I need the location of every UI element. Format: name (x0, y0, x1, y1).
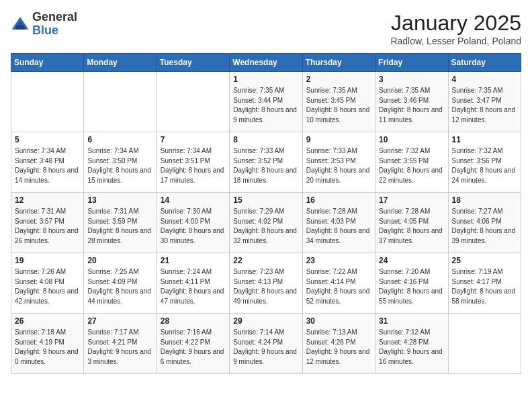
day-info: Sunrise: 7:35 AM Sunset: 3:45 PM Dayligh… (306, 86, 371, 125)
day-info: Sunrise: 7:33 AM Sunset: 3:52 PM Dayligh… (233, 146, 298, 185)
table-row: 12Sunrise: 7:31 AM Sunset: 3:57 PM Dayli… (11, 193, 84, 253)
table-row: 16Sunrise: 7:28 AM Sunset: 4:03 PM Dayli… (302, 193, 375, 253)
day-number: 9 (306, 135, 371, 144)
day-number: 31 (379, 316, 444, 326)
table-row: 10Sunrise: 7:32 AM Sunset: 3:55 PM Dayli… (375, 132, 448, 193)
table-row: 15Sunrise: 7:29 AM Sunset: 4:02 PM Dayli… (230, 193, 302, 253)
day-info: Sunrise: 7:26 AM Sunset: 4:08 PM Dayligh… (15, 267, 80, 306)
table-row: 19Sunrise: 7:26 AM Sunset: 4:08 PM Dayli… (11, 253, 84, 314)
table-row: 8Sunrise: 7:33 AM Sunset: 3:52 PM Daylig… (230, 132, 302, 193)
day-number: 18 (452, 195, 517, 205)
table-row: 17Sunrise: 7:28 AM Sunset: 4:05 PM Dayli… (375, 193, 448, 253)
day-number: 23 (306, 256, 371, 265)
header-wednesday: Wednesday (230, 54, 302, 72)
day-info: Sunrise: 7:28 AM Sunset: 4:05 PM Dayligh… (379, 207, 444, 246)
day-info: Sunrise: 7:32 AM Sunset: 3:55 PM Dayligh… (379, 146, 444, 185)
day-info: Sunrise: 7:33 AM Sunset: 3:53 PM Dayligh… (306, 146, 371, 185)
day-number: 11 (452, 135, 517, 144)
table-row: 13Sunrise: 7:31 AM Sunset: 3:59 PM Dayli… (84, 193, 157, 253)
day-info: Sunrise: 7:13 AM Sunset: 4:26 PM Dayligh… (306, 328, 371, 367)
day-info: Sunrise: 7:27 AM Sunset: 4:06 PM Dayligh… (452, 207, 517, 246)
table-row (448, 314, 521, 374)
logo-general-text: General (32, 10, 77, 24)
day-number: 26 (15, 316, 80, 326)
table-row: 21Sunrise: 7:24 AM Sunset: 4:11 PM Dayli… (157, 253, 229, 314)
table-row: 3Sunrise: 7:35 AM Sunset: 3:46 PM Daylig… (375, 72, 448, 132)
day-number: 27 (87, 316, 152, 326)
day-info: Sunrise: 7:23 AM Sunset: 4:13 PM Dayligh… (233, 267, 298, 306)
table-row: 6Sunrise: 7:34 AM Sunset: 3:50 PM Daylig… (84, 132, 157, 193)
calendar-body: 1Sunrise: 7:35 AM Sunset: 3:44 PM Daylig… (11, 72, 521, 374)
day-number: 8 (233, 135, 298, 144)
table-row: 31Sunrise: 7:12 AM Sunset: 4:28 PM Dayli… (375, 314, 448, 374)
day-number: 28 (161, 316, 226, 326)
day-info: Sunrise: 7:28 AM Sunset: 4:03 PM Dayligh… (306, 207, 371, 246)
day-number: 5 (15, 135, 80, 144)
day-info: Sunrise: 7:17 AM Sunset: 4:21 PM Dayligh… (87, 328, 152, 367)
calendar-header: Sunday Monday Tuesday Wednesday Thursday… (11, 54, 521, 72)
table-row: 9Sunrise: 7:33 AM Sunset: 3:53 PM Daylig… (302, 132, 375, 193)
table-row: 4Sunrise: 7:35 AM Sunset: 3:47 PM Daylig… (448, 72, 521, 132)
day-info: Sunrise: 7:19 AM Sunset: 4:17 PM Dayligh… (452, 267, 517, 306)
table-row: 28Sunrise: 7:16 AM Sunset: 4:22 PM Dayli… (157, 314, 229, 374)
title-block: January 2025 Radlow, Lesser Poland, Pola… (390, 11, 521, 46)
day-info: Sunrise: 7:31 AM Sunset: 3:57 PM Dayligh… (15, 207, 80, 246)
day-number: 17 (379, 195, 444, 205)
table-row: 11Sunrise: 7:32 AM Sunset: 3:56 PM Dayli… (448, 132, 521, 193)
day-info: Sunrise: 7:18 AM Sunset: 4:19 PM Dayligh… (15, 328, 80, 367)
table-row: 26Sunrise: 7:18 AM Sunset: 4:19 PM Dayli… (11, 314, 84, 374)
day-info: Sunrise: 7:14 AM Sunset: 4:24 PM Dayligh… (233, 328, 298, 367)
day-number: 30 (306, 316, 371, 326)
table-row: 7Sunrise: 7:34 AM Sunset: 3:51 PM Daylig… (157, 132, 229, 193)
day-info: Sunrise: 7:35 AM Sunset: 3:47 PM Dayligh… (452, 86, 517, 125)
header-monday: Monday (84, 54, 157, 72)
month-title: January 2025 (390, 11, 521, 36)
table-row: 30Sunrise: 7:13 AM Sunset: 4:26 PM Dayli… (302, 314, 375, 374)
table-row (84, 72, 157, 132)
table-row (11, 72, 84, 132)
table-row (157, 72, 229, 132)
svg-rect-2 (16, 25, 24, 29)
table-row: 23Sunrise: 7:22 AM Sunset: 4:14 PM Dayli… (302, 253, 375, 314)
day-info: Sunrise: 7:35 AM Sunset: 3:44 PM Dayligh… (233, 86, 298, 125)
page-header: General Blue January 2025 Radlow, Lesser… (11, 11, 521, 46)
day-number: 14 (161, 195, 226, 205)
day-info: Sunrise: 7:34 AM Sunset: 3:51 PM Dayligh… (161, 146, 226, 185)
table-row: 29Sunrise: 7:14 AM Sunset: 4:24 PM Dayli… (230, 314, 302, 374)
day-number: 15 (233, 195, 298, 205)
header-friday: Friday (375, 54, 448, 72)
day-number: 13 (87, 195, 152, 205)
day-number: 10 (379, 135, 444, 144)
day-number: 21 (161, 256, 226, 265)
location-subtitle: Radlow, Lesser Poland, Poland (390, 36, 521, 46)
day-number: 4 (452, 75, 517, 84)
header-saturday: Saturday (448, 54, 521, 72)
day-number: 1 (233, 75, 298, 84)
table-row: 22Sunrise: 7:23 AM Sunset: 4:13 PM Dayli… (230, 253, 302, 314)
day-number: 20 (87, 256, 152, 265)
header-sunday: Sunday (11, 54, 84, 72)
day-number: 19 (15, 256, 80, 265)
logo-icon (11, 15, 30, 34)
day-number: 16 (306, 195, 371, 205)
day-info: Sunrise: 7:35 AM Sunset: 3:46 PM Dayligh… (379, 86, 444, 125)
table-row: 27Sunrise: 7:17 AM Sunset: 4:21 PM Dayli… (84, 314, 157, 374)
day-number: 3 (379, 75, 444, 84)
header-thursday: Thursday (302, 54, 375, 72)
calendar-table: Sunday Monday Tuesday Wednesday Thursday… (11, 53, 521, 374)
table-row: 5Sunrise: 7:34 AM Sunset: 3:48 PM Daylig… (11, 132, 84, 193)
table-row: 24Sunrise: 7:20 AM Sunset: 4:16 PM Dayli… (375, 253, 448, 314)
day-info: Sunrise: 7:32 AM Sunset: 3:56 PM Dayligh… (452, 146, 517, 185)
day-number: 24 (379, 256, 444, 265)
day-info: Sunrise: 7:12 AM Sunset: 4:28 PM Dayligh… (379, 328, 444, 367)
day-number: 29 (233, 316, 298, 326)
day-info: Sunrise: 7:22 AM Sunset: 4:14 PM Dayligh… (306, 267, 371, 306)
day-number: 2 (306, 75, 371, 84)
day-number: 25 (452, 256, 517, 265)
day-info: Sunrise: 7:34 AM Sunset: 3:48 PM Dayligh… (15, 146, 80, 185)
day-info: Sunrise: 7:16 AM Sunset: 4:22 PM Dayligh… (161, 328, 226, 367)
table-row: 2Sunrise: 7:35 AM Sunset: 3:45 PM Daylig… (302, 72, 375, 132)
day-number: 22 (233, 256, 298, 265)
day-info: Sunrise: 7:30 AM Sunset: 4:00 PM Dayligh… (161, 207, 226, 246)
day-number: 6 (87, 135, 152, 144)
